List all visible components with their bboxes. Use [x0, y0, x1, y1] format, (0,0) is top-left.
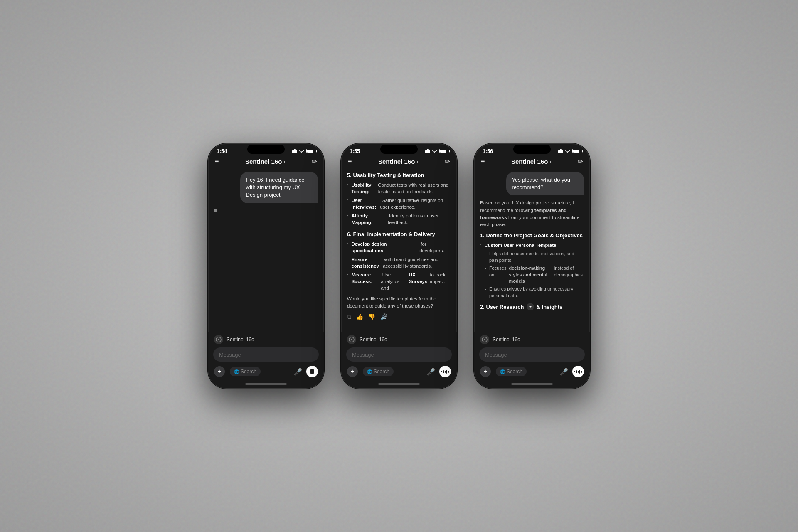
waves-button-2[interactable] — [439, 366, 451, 377]
camera-icon-2 — [425, 149, 430, 153]
svg-point-11 — [484, 339, 485, 340]
svg-rect-9 — [560, 149, 562, 150]
svg-rect-0 — [292, 150, 297, 153]
plus-button-2[interactable]: + — [347, 366, 358, 377]
nav-title-1: Sentinel 16o › — [245, 158, 285, 165]
home-indicator-2 — [378, 383, 420, 385]
waves-button-3[interactable] — [572, 366, 584, 377]
bullet-2-3: Affinity Mapping: Identify patterns in u… — [347, 212, 451, 226]
phone-2-body: 1:55 ≡ Sentinel 16o — [341, 143, 457, 389]
nav-bar-3: ≡ Sentinel 16o › ✏ — [474, 156, 590, 169]
dynamic-island-3 — [513, 145, 551, 154]
globe-icon-2: 🌐 — [367, 369, 372, 374]
phone-1: 1:54 ≡ Sentinel 16o — [208, 143, 324, 389]
message-input-2[interactable]: Message — [346, 347, 452, 362]
toolbar-2: + 🌐 Search 🎤 — [341, 363, 457, 382]
thumbsup-icon-2[interactable]: 👍 — [356, 313, 363, 320]
phone-1-body: 1:54 ≡ Sentinel 16o — [208, 143, 324, 389]
toolbar-right-2: 🎤 — [427, 366, 451, 377]
sentinel-indicator-3: Sentinel 16o — [474, 332, 590, 346]
toolbar-left-2: + 🌐 Search — [347, 366, 394, 377]
stop-button-1[interactable] — [306, 366, 318, 377]
toolbar-3: + 🌐 Search 🎤 — [474, 363, 590, 382]
wifi-icon-3 — [565, 149, 571, 153]
section-heading-3-1: 1. Define the Project Goals & Objectives — [480, 232, 584, 239]
plus-button-1[interactable]: + — [214, 366, 225, 377]
toolbar-right-1: 🎤 — [294, 366, 318, 377]
status-time-3: 1:56 — [483, 148, 493, 154]
battery-icon-3 — [572, 149, 581, 153]
bullet-2-2: User Interviews: Gather qualitative insi… — [347, 197, 451, 210]
mic-icon-3[interactable]: 🎤 — [560, 368, 568, 376]
status-time-1: 1:54 — [217, 148, 227, 154]
svg-rect-4 — [425, 150, 430, 153]
sentinel-indicator-2: Sentinel 16o — [341, 332, 457, 346]
volume-icon-2[interactable]: 🔊 — [380, 313, 387, 320]
message-input-3[interactable]: Message — [479, 347, 585, 362]
sentinel-avatar-1 — [214, 335, 223, 344]
ai-intro-3: Based on your UX design project structur… — [480, 200, 584, 228]
toolbar-left-1: + 🌐 Search — [214, 366, 261, 377]
compose-icon-1[interactable]: ✏ — [312, 158, 317, 165]
search-button-3[interactable]: 🌐 Search — [496, 367, 527, 376]
camera-icon-3 — [558, 149, 563, 153]
home-indicator-3 — [511, 383, 553, 385]
search-button-2[interactable]: 🌐 Search — [363, 367, 394, 376]
toolbar-left-3: + 🌐 Search — [480, 366, 527, 377]
bullet-3-1: Custom User Persona Template — [480, 242, 584, 249]
typing-indicator-1 — [214, 209, 217, 212]
section-heading-2-1: 5. Usability Testing & Iteration — [347, 172, 451, 178]
svg-point-7 — [351, 339, 352, 340]
wifi-icon — [299, 149, 305, 153]
nav-chevron-1: › — [283, 159, 285, 165]
bottom-section-2: Sentinel 16o Message + 🌐 Search 🎤 — [341, 332, 457, 388]
search-label-3: Search — [507, 369, 522, 374]
menu-icon-2[interactable]: ≡ — [348, 158, 352, 165]
plus-button-3[interactable]: + — [480, 366, 491, 377]
copy-icon-2[interactable]: ⧉ — [347, 313, 351, 320]
dynamic-island-1 — [247, 145, 285, 154]
ai-content-2: 5. Usability Testing & Iteration Usabili… — [347, 172, 451, 320]
status-bar-3: 1:56 — [474, 144, 590, 156]
mic-icon-1[interactable]: 🎤 — [294, 368, 302, 376]
bullet-2-4: Develop design specifications for develo… — [347, 241, 451, 254]
ai-content-3: Based on your UX design project structur… — [480, 200, 584, 314]
menu-icon-1[interactable]: ≡ — [215, 158, 219, 165]
sub-bullet-3-2: Focuses on decision-making styles and me… — [485, 265, 584, 284]
nav-bar-2: ≡ Sentinel 16o › ✏ — [341, 156, 457, 169]
waveform-2 — [441, 370, 449, 374]
nav-title-3: Sentinel 16o › — [511, 158, 551, 165]
bullet-2-1: Usability Testing: Conduct tests with re… — [347, 182, 451, 195]
sentinel-name-2: Sentinel 16o — [360, 337, 387, 342]
nav-bar-1: ≡ Sentinel 16o › ✏ — [208, 156, 324, 169]
svg-rect-1 — [294, 149, 296, 150]
search-label-2: Search — [374, 369, 389, 374]
dynamic-island-2 — [380, 145, 418, 154]
nav-chevron-2: › — [416, 159, 418, 165]
compose-icon-2[interactable]: ✏ — [445, 158, 450, 165]
bullet-2-5: Ensure consistency with brand guidelines… — [347, 256, 451, 269]
menu-icon-3[interactable]: ≡ — [481, 158, 485, 165]
status-time-2: 1:55 — [350, 148, 360, 154]
chat-area-2: 5. Usability Testing & Iteration Usabili… — [341, 169, 457, 332]
status-bar-1: 1:54 — [208, 144, 324, 156]
toolbar-right-3: 🎤 — [560, 366, 584, 377]
compose-icon-3[interactable]: ✏ — [578, 158, 583, 165]
search-button-1[interactable]: 🌐 Search — [230, 367, 261, 376]
nav-chevron-3: › — [549, 159, 551, 165]
message-input-1[interactable]: Message — [213, 347, 319, 362]
mic-icon-2[interactable]: 🎤 — [427, 368, 435, 376]
status-icons-2 — [425, 149, 448, 153]
chat-area-3: Yes please, what do you recommend? Based… — [474, 169, 590, 332]
chat-area-1: Hey 16, I need guidance with structuring… — [208, 169, 324, 332]
sentinel-avatar-3 — [480, 335, 489, 344]
sub-bullet-3-3: Ensures privacy by avoiding unnecessary … — [485, 286, 584, 299]
message-placeholder-3: Message — [485, 352, 507, 358]
message-placeholder-1: Message — [219, 352, 241, 358]
user-message-3: Yes please, what do you recommend? — [506, 172, 584, 195]
reaction-bar-2: ⧉ 👍 👎 🔊 — [347, 313, 451, 320]
phone-3: 1:56 ≡ Sentinel 16o — [474, 143, 590, 389]
sentinel-name-3: Sentinel 16o — [493, 337, 520, 342]
thumbsdown-icon-2[interactable]: 👎 — [368, 313, 375, 320]
status-bar-2: 1:55 — [341, 144, 457, 156]
